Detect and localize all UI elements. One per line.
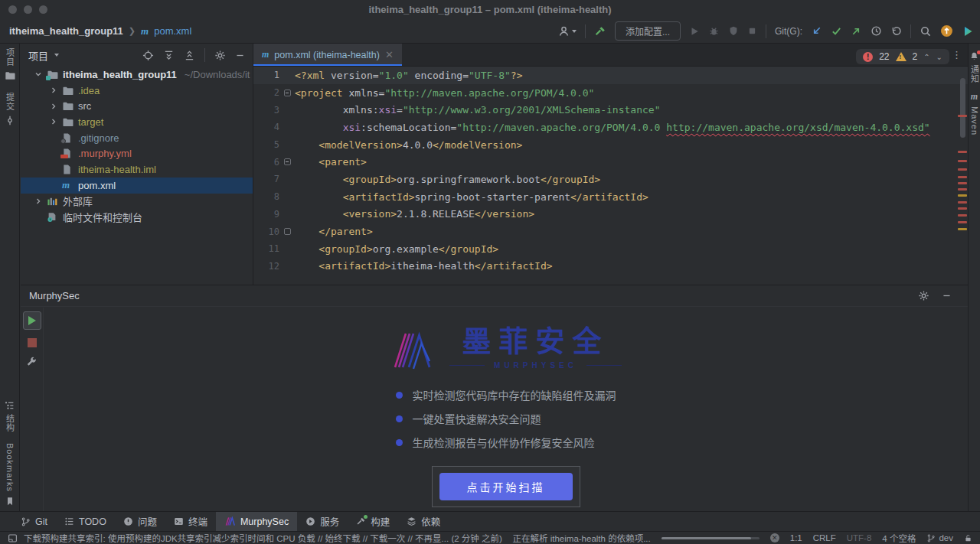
code-line[interactable]: 10 </parent> — [253, 223, 968, 240]
git-push-icon[interactable] — [851, 25, 862, 37]
hide-panel-icon[interactable] — [942, 291, 952, 301]
locate-file-icon[interactable] — [142, 50, 154, 61]
plugin-logo-icon[interactable] — [962, 25, 974, 37]
close-tab-icon[interactable]: ✕ — [385, 50, 394, 60]
stripe-mark-error[interactable] — [958, 207, 967, 210]
tree-row-pom-xml[interactable]: m pom.xml — [21, 178, 253, 194]
hide-panel-icon[interactable] — [235, 50, 245, 60]
tree-row-idea[interactable]: .idea — [21, 83, 253, 99]
chevron-right-icon[interactable] — [34, 197, 42, 205]
tab-options-kebab-icon[interactable]: ⋮ — [952, 53, 962, 57]
git-commit-check-icon[interactable] — [831, 25, 842, 37]
history-clock-icon[interactable] — [871, 25, 882, 37]
tab-murphysec[interactable]: MurphySec — [216, 512, 297, 532]
stripe-mark-warning[interactable] — [958, 228, 967, 230]
fold-marker[interactable] — [279, 90, 295, 96]
code-line[interactable]: 8 <artifactId>spring-boot-starter-parent… — [253, 188, 968, 206]
stripe-mark-error[interactable] — [958, 182, 967, 184]
stripe-mark-error[interactable] — [958, 151, 967, 153]
code-line[interactable]: 3 xmlns:xsi="http://www.w3.org/2001/XMLS… — [253, 101, 968, 119]
tab-pom-xml[interactable]: m pom.xml (itheima-health) ✕ — [253, 44, 402, 66]
git-update-icon[interactable] — [811, 25, 822, 37]
sidebar-item-maven[interactable]: m Maven — [970, 91, 979, 135]
profile-button[interactable] — [557, 25, 577, 37]
editor-scrollbar[interactable] — [960, 78, 965, 138]
sidebar-item-commit[interactable]: 提交 — [4, 93, 16, 126]
status-message[interactable]: 下载预构建共享索引: 使用预构建的JDK共享索引减少索引时间和 CPU 负载 /… — [24, 532, 502, 544]
chevron-right-icon[interactable] — [50, 118, 57, 125]
tree-row-gitignore[interactable]: .gitignore — [21, 130, 253, 146]
tab-services[interactable]: 服务 — [297, 512, 348, 532]
tree-row-target[interactable]: target — [21, 114, 253, 130]
debug-icon[interactable] — [708, 25, 720, 37]
chevron-right-icon[interactable] — [50, 86, 57, 94]
rollback-icon[interactable] — [890, 25, 902, 37]
chevron-down-icon[interactable] — [34, 70, 42, 78]
fold-marker[interactable] — [279, 158, 295, 165]
run-configuration-button[interactable]: 添加配置... — [615, 21, 681, 41]
sidebar-item-structure[interactable]: 结构 — [4, 401, 16, 432]
breadcrumb-file[interactable]: pom.xml — [154, 25, 191, 37]
sidebar-item-bookmarks[interactable]: Bookmarks — [5, 443, 15, 507]
stripe-mark-error[interactable] — [958, 201, 967, 204]
tool-window-layout-icon[interactable] — [8, 533, 18, 543]
git-branch-widget[interactable]: dev — [926, 533, 953, 543]
stripe-mark-error[interactable] — [958, 115, 967, 117]
next-problem-icon[interactable]: ⌄ — [936, 53, 942, 61]
line-separator[interactable]: CRLF — [813, 533, 836, 542]
update-available-icon[interactable] — [940, 24, 953, 37]
sidebar-item-project[interactable]: 项目 — [4, 48, 16, 80]
stripe-mark-error[interactable] — [958, 214, 967, 217]
stripe-mark-warning[interactable] — [958, 194, 967, 197]
start-scan-main-button[interactable]: 点击开始扫描 — [439, 473, 573, 500]
indent-setting[interactable]: 4 个空格 — [882, 532, 916, 544]
sidebar-item-notifications[interactable]: 通知 — [969, 51, 980, 83]
file-encoding[interactable]: UTF-8 — [847, 533, 872, 542]
code-line[interactable]: 5 <modelVersion>4.0.0</modelVersion> — [253, 136, 968, 154]
chevron-right-icon[interactable] — [50, 103, 57, 110]
tree-row-murphy-yml[interactable]: .murphy.yml — [21, 145, 253, 161]
tree-row-src[interactable]: src — [21, 98, 253, 114]
gear-icon[interactable] — [918, 290, 929, 301]
stop-scan-button[interactable] — [28, 338, 37, 347]
project-panel-title[interactable]: 项目 — [28, 48, 48, 63]
tree-row-scratches[interactable]: 临时文件和控制台 — [21, 209, 253, 225]
stripe-mark-error[interactable] — [958, 221, 967, 223]
expand-all-icon[interactable] — [163, 50, 175, 61]
prev-problem-icon[interactable]: ⌃ — [923, 53, 929, 61]
tab-dependencies[interactable]: 依赖 — [398, 512, 449, 532]
code-line[interactable]: 11 <groupId>org.example</groupId> — [253, 240, 968, 258]
build-hammer-icon[interactable] — [594, 25, 606, 37]
tree-row-iml[interactable]: itheima-health.iml — [21, 161, 253, 178]
breadcrumb-project[interactable]: itheima_health_group11 — [9, 25, 123, 37]
wrench-icon[interactable] — [26, 356, 38, 367]
code-line[interactable]: 12 <artifactId>itheima-health</artifactI… — [253, 258, 968, 275]
code-line[interactable]: 9 <version>2.1.8.RELEASE</version> — [253, 206, 968, 223]
start-scan-button[interactable] — [23, 311, 41, 330]
code-editor[interactable]: 1<?xml version="1.0" encoding="UTF-8"?>2… — [253, 67, 968, 275]
code-line[interactable]: 1<?xml version="1.0" encoding="UTF-8"?> — [253, 67, 968, 84]
cancel-progress-icon[interactable]: ✕ — [770, 533, 779, 542]
stop-icon[interactable] — [747, 26, 757, 36]
tab-todo[interactable]: TODO — [56, 512, 115, 532]
caret-position[interactable]: 1:1 — [790, 533, 802, 542]
lock-icon[interactable] — [964, 533, 972, 543]
code-line[interactable]: 2<project xmlns="http://maven.apache.org… — [253, 84, 968, 102]
tab-problems[interactable]: 问题 — [115, 512, 165, 532]
tab-build[interactable]: 构建 — [348, 512, 398, 532]
code-line[interactable]: 6 <parent> — [253, 153, 968, 171]
tab-git[interactable]: Git — [12, 512, 56, 532]
collapse-all-icon[interactable] — [184, 50, 195, 61]
coverage-icon[interactable] — [728, 25, 739, 37]
search-everywhere-icon[interactable] — [920, 25, 932, 37]
tab-terminal[interactable]: 终端 — [165, 512, 216, 532]
stripe-mark-error[interactable] — [958, 188, 967, 191]
code-line[interactable]: 4 xsi:schemaLocation="http://maven.apach… — [253, 119, 968, 136]
stripe-mark-error[interactable] — [958, 168, 967, 171]
fold-marker[interactable] — [279, 228, 295, 235]
gear-icon[interactable] — [214, 50, 226, 61]
stripe-mark-error[interactable] — [958, 176, 967, 178]
inspections-widget[interactable]: ! 22 2 ⌃ ⌄ — [856, 49, 949, 64]
tree-row-project-root[interactable]: itheima_health_group11 ~/Downloads/it — [21, 67, 253, 83]
code-line[interactable]: 7 <groupId>org.springframework.boot</gro… — [253, 171, 968, 188]
